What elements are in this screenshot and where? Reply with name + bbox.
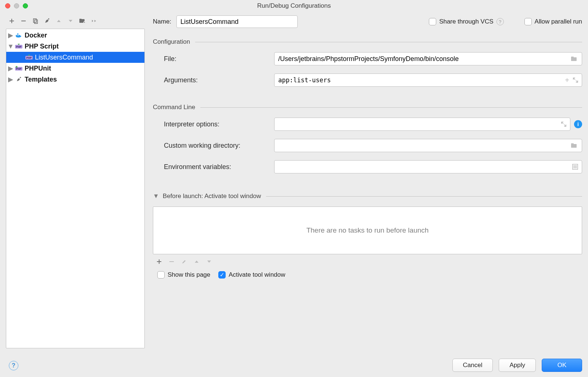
tree-item-templates[interactable]: ▶ Templates [6, 74, 144, 85]
cwd-input[interactable] [278, 142, 571, 150]
help-button[interactable]: ? [9, 361, 18, 370]
add-config-button[interactable] [7, 16, 17, 26]
php-icon: PHP [15, 43, 22, 49]
file-label: File: [153, 55, 274, 63]
info-icon[interactable]: i [574, 120, 582, 128]
file-input[interactable] [278, 55, 571, 63]
svg-rect-27 [169, 261, 174, 262]
edit-task-button[interactable] [179, 257, 189, 266]
share-vcs-checkbox[interactable]: Share through VCS ? [429, 18, 503, 25]
insert-macro-icon[interactable]: + [565, 76, 569, 85]
section-command-line: Command Line [153, 104, 582, 111]
tree-item-phpunit[interactable]: ▶ PHP PHPUnit [6, 63, 144, 74]
docker-icon [15, 32, 22, 38]
svg-text:PHP: PHP [16, 68, 22, 70]
remove-config-button[interactable] [18, 16, 29, 26]
task-down-button[interactable] [204, 257, 214, 266]
move-up-button[interactable] [54, 16, 64, 26]
section-configuration: Configuration [153, 38, 582, 46]
svg-rect-5 [79, 19, 82, 20]
tree-item-docker[interactable]: ▶ Docker [6, 30, 144, 41]
more-button[interactable] [89, 16, 99, 26]
svg-rect-1 [33, 19, 36, 22]
svg-rect-8 [17, 35, 18, 36]
config-toolbar [6, 15, 145, 29]
help-icon[interactable]: ? [496, 18, 504, 25]
svg-rect-22 [571, 143, 574, 145]
arguments-input[interactable] [278, 76, 565, 84]
cancel-button[interactable]: Cancel [452, 359, 493, 372]
svg-text:PHP: PHP [16, 46, 22, 48]
env-input[interactable] [278, 163, 572, 171]
tree-item-php-script[interactable]: ▼ PHP PHP Script [6, 41, 144, 52]
expand-icon[interactable] [573, 78, 578, 83]
interpreter-options-input[interactable] [278, 121, 561, 128]
expand-icon[interactable] [561, 122, 566, 127]
window-title: Run/Debug Configurations [0, 2, 588, 10]
before-launch-tasks[interactable]: There are no tasks to run before launch [153, 207, 582, 254]
before-launch-empty: There are no tasks to run before launch [306, 226, 429, 234]
phpunit-icon: PHP [15, 65, 22, 71]
arguments-label: Arguments: [153, 76, 274, 84]
svg-rect-0 [21, 21, 26, 21]
name-input[interactable] [176, 15, 298, 28]
svg-rect-7 [16, 35, 17, 36]
parallel-run-checkbox[interactable]: Allow parallel run [524, 18, 582, 25]
before-launch-toolbar [153, 254, 582, 269]
move-down-button[interactable] [65, 16, 76, 26]
folder-button[interactable] [77, 16, 87, 26]
titlebar: Run/Debug Configurations [0, 0, 588, 12]
env-label: Environment variables: [153, 163, 274, 171]
svg-rect-9 [17, 33, 18, 35]
browse-folder-icon[interactable] [571, 143, 578, 148]
list-icon[interactable] [572, 164, 578, 170]
svg-text:PHP: PHP [26, 57, 32, 59]
edit-defaults-button[interactable] [42, 16, 52, 26]
wrench-icon [15, 76, 22, 82]
php-icon: PHP [25, 54, 33, 60]
tree-item-listuserscommand[interactable]: PHP ListUsersCommand [6, 52, 144, 63]
name-label: Name: [153, 18, 171, 25]
svg-rect-2 [35, 20, 37, 24]
apply-button[interactable]: Apply [499, 359, 536, 372]
activate-tool-window-checkbox[interactable]: Activate tool window [218, 271, 285, 279]
copy-config-button[interactable] [30, 16, 40, 26]
task-up-button[interactable] [192, 257, 201, 266]
show-this-page-checkbox[interactable]: Show this page [157, 271, 210, 279]
config-tree[interactable]: ▶ Docker ▼ PHP PHP Script PHP [6, 29, 145, 348]
ok-button[interactable]: OK [542, 359, 582, 372]
svg-rect-18 [19, 77, 21, 78]
section-before-launch[interactable]: ▼Before launch: Activate tool window [153, 193, 582, 200]
browse-folder-icon[interactable] [571, 56, 578, 62]
add-task-button[interactable] [154, 257, 164, 266]
svg-rect-3 [48, 18, 49, 19]
cwd-label: Custom working directory: [153, 142, 274, 150]
remove-task-button[interactable] [167, 257, 176, 266]
svg-rect-20 [571, 57, 574, 58]
interpreter-options-label: Interpreter options: [153, 121, 274, 128]
